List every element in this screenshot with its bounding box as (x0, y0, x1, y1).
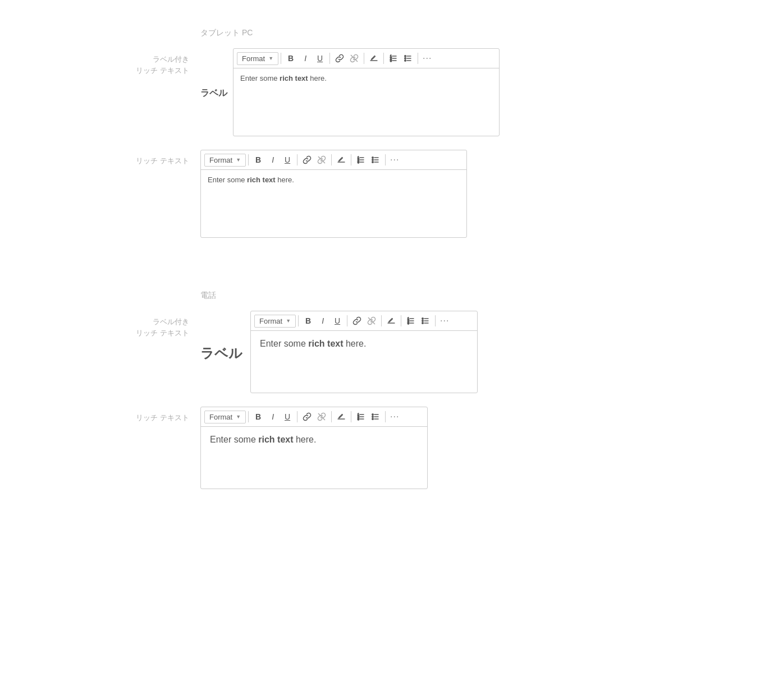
divider-1b (329, 53, 330, 64)
field-label-pc: ラベル (200, 85, 227, 99)
row-label-text-4: リッチ テキスト (136, 412, 189, 423)
highlight-button-1[interactable] (367, 51, 381, 66)
divider-1d (383, 53, 384, 64)
format-select-3[interactable]: Format ▼ (254, 315, 296, 328)
link-button-4[interactable] (300, 409, 314, 424)
unordered-list-icon-3 (421, 316, 430, 325)
link-icon-4 (303, 412, 312, 421)
editor-body-2[interactable]: Enter some rich text here. (201, 170, 466, 237)
more-button-4[interactable]: ··· (388, 412, 401, 422)
editor-body-3[interactable]: Enter some rich text here. (251, 331, 477, 393)
svg-point-37 (422, 320, 423, 321)
unordered-list-icon-2 (371, 155, 380, 164)
link-icon-3 (352, 316, 361, 325)
svg-point-25 (372, 162, 373, 163)
svg-text:3: 3 (390, 59, 392, 62)
italic-button-2[interactable]: I (265, 153, 280, 167)
row-label-text-2: リッチ テキスト (136, 155, 189, 167)
italic-button-3[interactable]: I (315, 314, 330, 328)
underline-button-3[interactable]: U (330, 314, 345, 328)
unlink-icon-1 (350, 54, 359, 63)
ordered-list-button-2[interactable]: 123 (354, 153, 368, 167)
link-button-1[interactable] (332, 51, 347, 66)
ordered-list-button-3[interactable]: 123 (404, 314, 418, 328)
underline-button-2[interactable]: U (280, 153, 295, 167)
unordered-list-button-4[interactable] (368, 409, 383, 424)
editor-text-2-post: here. (276, 176, 294, 184)
editor-labeled-pc[interactable]: Format ▼ B I U (233, 48, 500, 136)
bold-button-2[interactable]: B (251, 153, 265, 167)
unordered-list-button-1[interactable] (401, 51, 415, 66)
editor-richtext-phone[interactable]: Format ▼ B I U (200, 407, 428, 489)
italic-button-4[interactable]: I (265, 409, 280, 424)
svg-text:3: 3 (358, 160, 359, 164)
editor-text-4-post: here. (294, 435, 317, 444)
more-button-1[interactable]: ··· (420, 53, 434, 63)
svg-point-24 (372, 159, 373, 160)
editor-text-1-bold: rich text (280, 74, 308, 82)
unlink-button-4[interactable] (314, 409, 329, 424)
divider-1a (281, 53, 281, 64)
unlink-button-3[interactable] (364, 314, 379, 328)
divider-2e (385, 154, 386, 165)
highlight-button-2[interactable] (334, 153, 349, 167)
row-labeled-rich-text-pc: ラベル付き リッチ テキスト ラベル Format ▼ B I U (0, 48, 783, 136)
svg-point-10 (405, 56, 406, 57)
more-button-2[interactable]: ··· (388, 155, 401, 165)
ordered-list-button-1[interactable]: 123 (386, 51, 401, 66)
row-label-area-2: リッチ テキスト (0, 150, 200, 167)
divider-4b (297, 411, 297, 422)
editor-text-4-pre: Enter some (210, 435, 258, 444)
ordered-list-button-4[interactable]: 123 (354, 409, 368, 424)
field-label-phone: ラベル (200, 342, 242, 362)
format-select-1[interactable]: Format ▼ (237, 52, 278, 65)
highlight-button-3[interactable] (384, 314, 399, 328)
editor-text-1-post: here. (308, 74, 327, 82)
highlight-icon-2 (337, 155, 346, 164)
editor-richtext-pc[interactable]: Format ▼ B I U (200, 150, 467, 238)
unordered-list-button-2[interactable] (368, 153, 383, 167)
toolbar-richtext-phone: Format ▼ B I U (201, 407, 427, 427)
editor-body-4[interactable]: Enter some rich text here. (201, 427, 427, 489)
format-arrow-4: ▼ (236, 414, 241, 420)
editor-text-3-post: here. (344, 339, 367, 348)
more-button-3[interactable]: ··· (438, 316, 451, 326)
bold-button-4[interactable]: B (251, 409, 265, 424)
link-button-3[interactable] (350, 314, 364, 328)
underline-button-4[interactable]: U (280, 409, 295, 424)
ordered-list-icon-1: 123 (389, 54, 398, 63)
unlink-button-1[interactable] (347, 51, 361, 66)
labeled-field-pc: ラベル Format ▼ B I U (200, 48, 500, 136)
svg-text:3: 3 (407, 321, 409, 325)
divider-1c (364, 53, 364, 64)
bold-button-3[interactable]: B (301, 314, 315, 328)
format-select-4[interactable]: Format ▼ (204, 411, 246, 423)
editor-text-3-bold: rich text (308, 339, 343, 348)
unordered-list-icon-1 (404, 54, 413, 63)
link-button-2[interactable] (300, 153, 314, 167)
ordered-list-icon-3: 123 (406, 316, 415, 325)
row-label-area-1: ラベル付き リッチ テキスト (0, 48, 200, 76)
section-label-tablet: タブレット PC (0, 11, 783, 48)
underline-button-1[interactable]: U (313, 51, 327, 66)
format-label-2: Format (209, 156, 232, 164)
row-label-area-3: ラベル付き リッチ テキスト (0, 311, 200, 338)
row-label-area-4: リッチ テキスト (0, 407, 200, 423)
italic-button-1[interactable]: I (298, 51, 313, 66)
unordered-list-icon-4 (371, 412, 380, 421)
format-select-2[interactable]: Format ▼ (204, 154, 246, 167)
divider-3b (347, 315, 347, 326)
editor-body-1[interactable]: Enter some rich text here. (233, 68, 499, 136)
svg-point-51 (372, 418, 373, 420)
unlink-icon-3 (367, 316, 376, 325)
unlink-icon-4 (317, 412, 326, 421)
svg-point-36 (422, 318, 423, 319)
svg-point-50 (372, 416, 373, 417)
unlink-button-2[interactable] (314, 153, 329, 167)
bold-button-1[interactable]: B (283, 51, 298, 66)
unordered-list-button-3[interactable] (418, 314, 433, 328)
row-rich-text-pc: リッチ テキスト Format ▼ B I U (0, 150, 783, 238)
highlight-button-4[interactable] (334, 409, 349, 424)
divider-3a (298, 315, 299, 326)
editor-labeled-phone[interactable]: Format ▼ B I U (250, 311, 478, 393)
